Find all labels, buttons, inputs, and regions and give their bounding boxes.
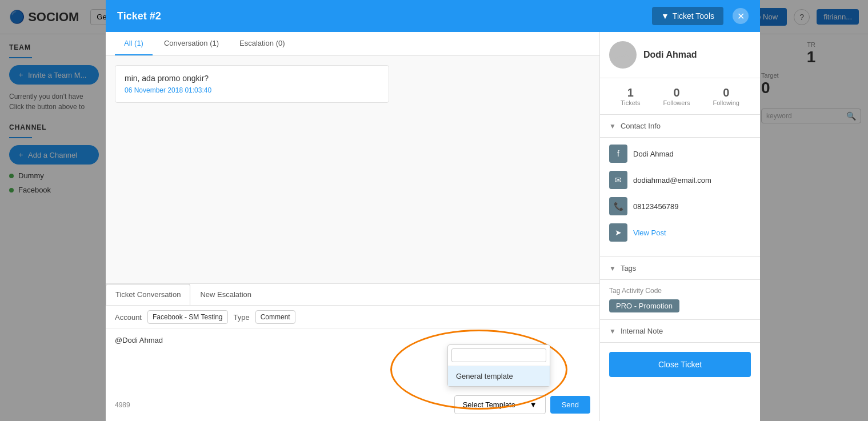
char-count: 4989 (115, 401, 130, 409)
chevron-icon-tags: ▼ (609, 264, 616, 272)
tags-title: Tags (621, 264, 636, 272)
phone-icon: 📞 (609, 197, 627, 215)
reply-tabs: Ticket Conversation New Escalation (106, 284, 599, 306)
tags-section-header[interactable]: ▼ Tags (600, 257, 760, 280)
message-card: min, ada promo ongkir? 06 November 2018 … (115, 65, 389, 103)
modal-right-sidebar: Dodi Ahmad 1 Tickets 0 Followers (600, 32, 760, 421)
contact-facebook-name: Dodi Ahmad (633, 150, 674, 158)
post-icon: ➤ (609, 223, 627, 242)
modal-header: Ticket #2 ▼ Ticket Tools ✕ (106, 0, 760, 32)
chevron-icon-contact: ▼ (609, 122, 616, 130)
following-count: 0 (713, 86, 739, 99)
modal-tabs: All (1) Conversation (1) Escalation (0) (106, 32, 599, 56)
tickets-label: Tickets (621, 99, 640, 106)
type-value[interactable]: Comment (255, 310, 295, 324)
template-search (448, 345, 550, 366)
stat-following: 0 Following (713, 86, 739, 106)
tags-section: Tag Activity Code PRO - Promotion (600, 280, 760, 320)
tag-activity-label: Tag Activity Code (609, 287, 751, 295)
followers-label: Followers (663, 99, 690, 106)
reply-actions: General template Select Template ▼ Send (454, 395, 590, 414)
contact-stats-row: 1 Tickets 0 Followers 0 Following (600, 78, 760, 115)
view-post-link[interactable]: View Post (633, 228, 666, 237)
internal-note-title: Internal Note (621, 327, 663, 335)
tickets-count: 1 (621, 86, 640, 99)
template-dropdown: General template (447, 344, 550, 387)
close-ticket-button[interactable]: Close Ticket (609, 352, 751, 377)
reply-meta: Account Facebook - SM Testing Type Comme… (106, 306, 599, 329)
tab-escalation[interactable]: Escalation (0) (230, 32, 294, 55)
contact-info-title: Contact Info (621, 122, 661, 130)
following-label: Following (713, 99, 739, 106)
select-template-button[interactable]: Select Template ▼ (454, 395, 546, 414)
ticket-modal: Ticket #2 ▼ Ticket Tools ✕ All (1) Conve… (106, 0, 760, 421)
account-label: Account (115, 313, 142, 322)
chevron-icon-note: ▼ (609, 327, 616, 335)
messages-area: min, ada promo ongkir? 06 November 2018 … (106, 56, 599, 283)
contact-post-row: ➤ View Post (609, 223, 751, 242)
type-label: Type (234, 313, 250, 322)
internal-note-section-header[interactable]: ▼ Internal Note (600, 320, 760, 343)
tab-conversation[interactable]: Conversation (1) (155, 32, 228, 55)
contact-email: dodiahmad@email.com (633, 176, 711, 185)
account-value[interactable]: Facebook - SM Testing (147, 310, 228, 324)
reply-tab-escalation[interactable]: New Escalation (190, 284, 261, 305)
ticket-tools-button[interactable]: ▼ Ticket Tools (652, 7, 723, 25)
contact-phone: 08123456789 (633, 202, 679, 211)
contact-info-section-header[interactable]: ▼ Contact Info (600, 115, 760, 138)
contact-phone-row: 📞 08123456789 (609, 197, 751, 215)
message-date: 06 November 2018 01:03:40 (125, 86, 379, 94)
modal-body: All (1) Conversation (1) Escalation (0) … (106, 32, 760, 421)
facebook-icon: f (609, 145, 627, 163)
chevron-down-icon: ▼ (661, 11, 669, 21)
contact-name: Dodi Ahmad (643, 50, 697, 60)
modal-overlay: Ticket #2 ▼ Ticket Tools ✕ All (1) Conve… (0, 0, 868, 421)
modal-title: Ticket #2 (117, 10, 643, 22)
tag-chip-pro[interactable]: PRO - Promotion (609, 299, 679, 312)
send-button[interactable]: Send (550, 396, 590, 414)
reply-footer: 4989 General template (106, 391, 599, 421)
reply-tab-conversation[interactable]: Ticket Conversation (106, 284, 190, 305)
avatar (609, 41, 637, 69)
reply-area: Ticket Conversation New Escalation Accou… (106, 283, 599, 421)
chevron-down-icon-template: ▼ (530, 400, 537, 409)
email-icon: ✉ (609, 171, 627, 189)
app-background: 🔵 SOCIOM Getting Started 5 18 Days Subsc… (0, 0, 868, 421)
followers-count: 0 (663, 86, 690, 99)
stat-tickets: 1 Tickets (621, 86, 640, 106)
message-text: min, ada promo ongkir? (125, 74, 379, 83)
modal-close-button[interactable]: ✕ (733, 8, 749, 24)
contact-email-row: ✉ dodiahmad@email.com (609, 171, 751, 189)
template-search-input[interactable] (451, 348, 546, 362)
contact-info-items: f Dodi Ahmad ✉ dodiahmad@email.com 📞 081… (600, 138, 760, 257)
template-item-general[interactable]: General template (448, 366, 550, 386)
conversation-area: All (1) Conversation (1) Escalation (0) … (106, 32, 600, 421)
contact-header: Dodi Ahmad (600, 32, 760, 78)
tab-all[interactable]: All (1) (115, 32, 153, 55)
contact-facebook-row: f Dodi Ahmad (609, 145, 751, 163)
stat-followers: 0 Followers (663, 86, 690, 106)
